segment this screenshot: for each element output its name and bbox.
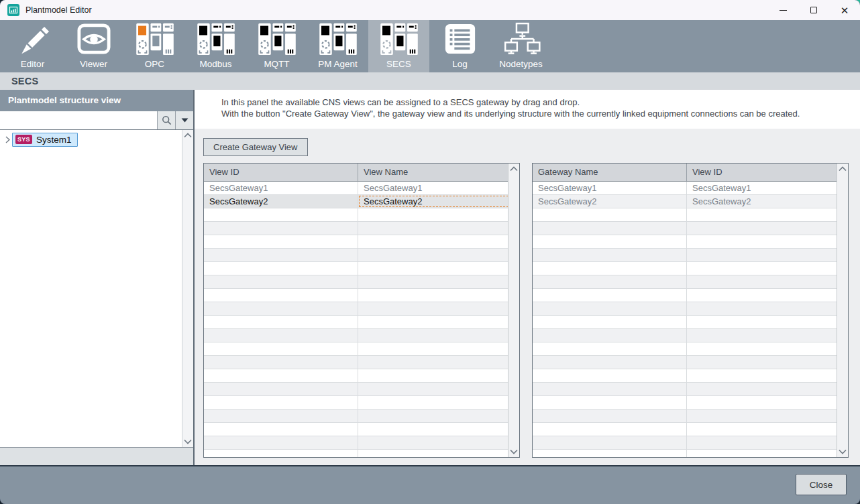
table-cell[interactable]: SecsGateway1: [687, 182, 848, 194]
table-cell[interactable]: [358, 208, 519, 221]
table-cell[interactable]: [687, 423, 848, 436]
table-row[interactable]: [204, 208, 519, 222]
maximize-button[interactable]: [798, 0, 829, 20]
column-header-view-name[interactable]: View Name: [358, 164, 519, 181]
table-cell[interactable]: [358, 316, 519, 328]
table-cell[interactable]: [687, 329, 848, 342]
table-cell[interactable]: [687, 235, 848, 248]
table-cell[interactable]: [687, 342, 848, 355]
table-cell[interactable]: [358, 302, 519, 315]
toolbar-item-log[interactable]: Log: [429, 20, 490, 72]
scroll-down-icon[interactable]: [839, 449, 847, 454]
table-cell[interactable]: [687, 410, 848, 422]
table-cell[interactable]: [358, 369, 519, 382]
toolbar-item-modbus[interactable]: Modbus: [185, 20, 246, 72]
table-cell[interactable]: [687, 208, 848, 221]
table-row[interactable]: [204, 356, 519, 369]
table-cell[interactable]: [358, 450, 519, 457]
table-row[interactable]: [533, 356, 848, 369]
table-cell[interactable]: [358, 356, 519, 369]
table-cell[interactable]: [358, 423, 519, 436]
table-row[interactable]: [204, 369, 519, 383]
table-cell[interactable]: [533, 383, 687, 395]
table-cell[interactable]: [358, 289, 519, 302]
table-cell[interactable]: [204, 262, 358, 275]
table-cell[interactable]: SecsGateway2: [358, 195, 519, 208]
table-row[interactable]: [204, 222, 519, 235]
table-cell[interactable]: [358, 222, 519, 235]
table-cell[interactable]: [358, 342, 519, 355]
table-cell[interactable]: SecsGateway1: [358, 182, 519, 194]
toolbar-item-secs[interactable]: SECS: [368, 20, 429, 72]
table-row[interactable]: [533, 208, 848, 222]
scroll-up-icon[interactable]: [510, 166, 518, 172]
table-cell[interactable]: [204, 316, 358, 328]
table-cell[interactable]: [533, 342, 687, 355]
table-cell[interactable]: [687, 222, 848, 235]
table-row[interactable]: [204, 436, 519, 450]
table-cell[interactable]: [533, 275, 687, 288]
table-cell[interactable]: [358, 249, 519, 261]
table-cell[interactable]: SecsGateway1: [533, 182, 687, 194]
table-cell[interactable]: [358, 383, 519, 395]
table-row[interactable]: [204, 423, 519, 436]
search-input[interactable]: [0, 111, 157, 129]
table-cell[interactable]: [204, 208, 358, 221]
minimize-button[interactable]: [767, 0, 798, 20]
table-cell[interactable]: [358, 262, 519, 275]
column-header-gateway-name[interactable]: Gateway Name: [533, 164, 687, 181]
table-cell[interactable]: [533, 289, 687, 302]
table-cell[interactable]: [204, 396, 358, 409]
tree-scrollbar[interactable]: [182, 130, 193, 447]
table-row[interactable]: [204, 342, 519, 356]
table-cell[interactable]: [204, 249, 358, 261]
gateways-table-scrollbar[interactable]: [837, 164, 848, 457]
table-row[interactable]: [533, 235, 848, 249]
table-cell[interactable]: [204, 275, 358, 288]
table-row[interactable]: [533, 369, 848, 383]
table-row[interactable]: [533, 436, 848, 450]
table-row[interactable]: SecsGateway1SecsGateway1: [533, 182, 848, 195]
scroll-down-icon[interactable]: [184, 439, 192, 444]
scroll-up-icon[interactable]: [839, 166, 847, 172]
table-row[interactable]: [204, 275, 519, 289]
toolbar-item-mqtt[interactable]: MQTT: [246, 20, 307, 72]
table-cell[interactable]: SecsGateway2: [687, 195, 848, 208]
table-row[interactable]: SecsGateway1SecsGateway1: [204, 182, 519, 195]
table-cell[interactable]: [204, 423, 358, 436]
scroll-down-icon[interactable]: [510, 449, 518, 454]
scroll-up-icon[interactable]: [184, 133, 192, 138]
table-cell[interactable]: [533, 436, 687, 449]
table-cell[interactable]: [687, 356, 848, 369]
table-cell[interactable]: [204, 235, 358, 248]
close-button[interactable]: Close: [796, 474, 847, 495]
table-row[interactable]: [204, 383, 519, 396]
toolbar-item-viewer[interactable]: Viewer: [63, 20, 124, 72]
table-row[interactable]: [204, 262, 519, 275]
table-cell[interactable]: [533, 369, 687, 382]
table-cell[interactable]: [533, 262, 687, 275]
toolbar-item-pm-agent[interactable]: PM Agent: [307, 20, 368, 72]
table-cell[interactable]: [204, 289, 358, 302]
toolbar-item-nodetypes[interactable]: Nodetypes: [490, 20, 551, 72]
table-cell[interactable]: [687, 302, 848, 315]
table-cell[interactable]: [533, 356, 687, 369]
table-row[interactable]: [533, 222, 848, 235]
table-cell[interactable]: [533, 249, 687, 261]
table-row[interactable]: [533, 262, 848, 275]
table-row[interactable]: [533, 383, 848, 396]
table-row[interactable]: [204, 329, 519, 342]
table-cell[interactable]: [687, 262, 848, 275]
table-row[interactable]: SecsGateway2SecsGateway2: [204, 195, 519, 208]
table-cell[interactable]: [533, 329, 687, 342]
create-gateway-view-button[interactable]: Create Gateway View: [203, 138, 308, 156]
table-cell[interactable]: [358, 436, 519, 449]
table-cell[interactable]: [204, 222, 358, 235]
table-cell[interactable]: [358, 410, 519, 422]
table-cell[interactable]: [687, 383, 848, 395]
table-cell[interactable]: [533, 410, 687, 422]
table-cell[interactable]: [204, 356, 358, 369]
table-row[interactable]: SecsGateway2SecsGateway2: [533, 195, 848, 208]
table-cell[interactable]: [687, 289, 848, 302]
tree-item-system1[interactable]: SYS System1: [3, 132, 193, 147]
